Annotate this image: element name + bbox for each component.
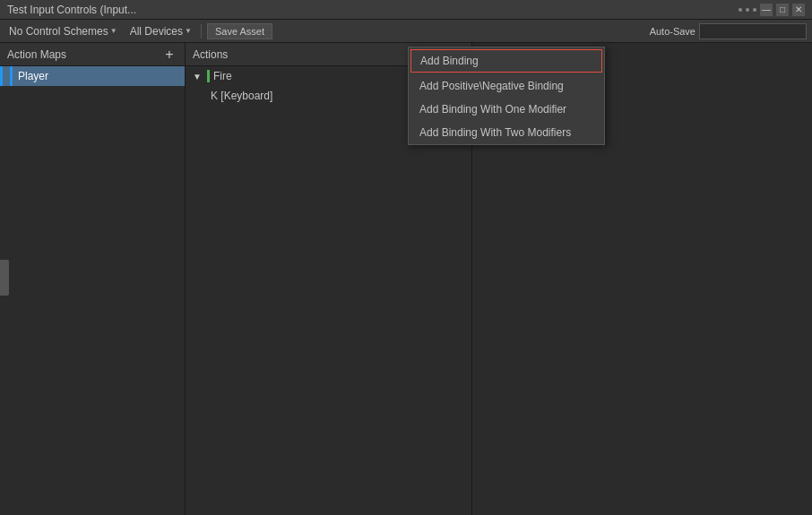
add-binding-menu-item[interactable]: Add Binding bbox=[410, 49, 602, 73]
autosave-container: Auto-Save bbox=[650, 23, 807, 39]
window-title: Test Input Controls (Input... bbox=[7, 4, 136, 16]
left-edge-tab bbox=[0, 260, 9, 296]
control-schemes-label: No Control Schemes bbox=[9, 25, 108, 38]
fire-accent-bar bbox=[207, 70, 210, 82]
toolbar: No Control Schemes ▼ All Devices ▼ Save … bbox=[0, 20, 812, 43]
player-label: Player bbox=[18, 70, 48, 82]
window-controls: — □ ✕ bbox=[739, 4, 805, 16]
devices-caret-icon: ▼ bbox=[185, 27, 192, 35]
player-accent-bar bbox=[10, 66, 13, 86]
action-maps-title: Action Maps bbox=[7, 48, 66, 61]
menu-dots3 bbox=[753, 8, 756, 12]
add-positive-negative-menu-item[interactable]: Add Positive\Negative Binding bbox=[409, 74, 604, 98]
actions-title: Actions bbox=[193, 48, 228, 61]
maximize-button[interactable]: □ bbox=[776, 4, 789, 16]
add-binding-one-modifier-menu-item[interactable]: Add Binding With One Modifier bbox=[409, 98, 604, 121]
autosave-label: Auto-Save bbox=[650, 26, 695, 37]
caret-icon: ▼ bbox=[110, 27, 117, 35]
action-maps-header: Action Maps + bbox=[0, 43, 185, 66]
fire-label: Fire bbox=[213, 70, 232, 82]
separator bbox=[201, 24, 202, 39]
search-input[interactable] bbox=[699, 23, 807, 39]
dropdown-menu: Add Binding Add Positive\Negative Bindin… bbox=[408, 47, 605, 145]
keyboard-binding-label: K [Keyboard] bbox=[211, 90, 272, 102]
title-bar: Test Input Controls (Input... — □ ✕ bbox=[0, 0, 812, 20]
add-binding-two-modifiers-menu-item[interactable]: Add Binding With Two Modifiers bbox=[409, 121, 604, 144]
action-map-player[interactable]: Player bbox=[0, 66, 185, 86]
menu-dots bbox=[739, 8, 742, 12]
close-button[interactable]: ✕ bbox=[792, 4, 805, 16]
action-maps-panel: Action Maps + Player bbox=[0, 43, 186, 515]
main-content: Action Maps + Player Actions + ▼ Fire 1 … bbox=[0, 43, 812, 515]
minimize-button[interactable]: — bbox=[760, 4, 773, 16]
save-asset-button[interactable]: Save Asset bbox=[207, 23, 272, 39]
devices-dropdown[interactable]: All Devices ▼ bbox=[126, 23, 195, 39]
add-action-map-button[interactable]: + bbox=[161, 47, 177, 63]
devices-label: All Devices bbox=[130, 25, 183, 38]
control-schemes-dropdown[interactable]: No Control Schemes ▼ bbox=[5, 23, 121, 39]
triangle-icon: ▼ bbox=[193, 72, 202, 82]
menu-dots2 bbox=[746, 8, 749, 12]
